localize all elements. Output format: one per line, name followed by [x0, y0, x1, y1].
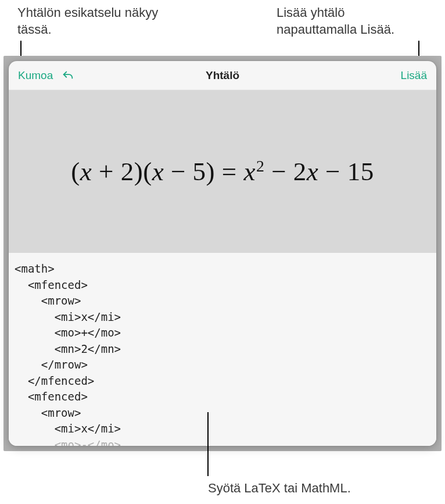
callout-insert: Lisää yhtälö napauttamalla Lisää. — [277, 5, 428, 38]
equation-preview: (x + 2)(x − 5) = x2 − 2x − 15 — [9, 90, 436, 253]
toolbar-right: Lisää — [401, 69, 427, 82]
equation-render: (x + 2)(x − 5) = x2 − 2x − 15 — [71, 156, 374, 187]
panel-background: Kumoa Yhtälö Lisää (x + 2)(x − 5) = x2 −… — [3, 56, 442, 451]
dialog-title: Yhtälö — [206, 69, 239, 82]
undo-icon[interactable] — [61, 69, 75, 83]
callout-source: Syötä LaTeX tai MathML. — [208, 480, 351, 497]
source-editor[interactable]: <math> <mfenced> <mrow> <mi>x</mi> <mo>+… — [9, 253, 436, 446]
cancel-button[interactable]: Kumoa — [18, 69, 53, 82]
equation-dialog: Kumoa Yhtälö Lisää (x + 2)(x − 5) = x2 −… — [9, 61, 436, 446]
toolbar-left: Kumoa — [18, 69, 75, 83]
callout-line-source — [207, 412, 209, 476]
insert-button[interactable]: Lisää — [401, 69, 427, 82]
callout-preview: Yhtälön esikatselu näkyy tässä. — [17, 5, 192, 38]
toolbar: Kumoa Yhtälö Lisää — [9, 61, 436, 90]
source-code: <math> <mfenced> <mrow> <mi>x</mi> <mo>+… — [15, 261, 430, 446]
